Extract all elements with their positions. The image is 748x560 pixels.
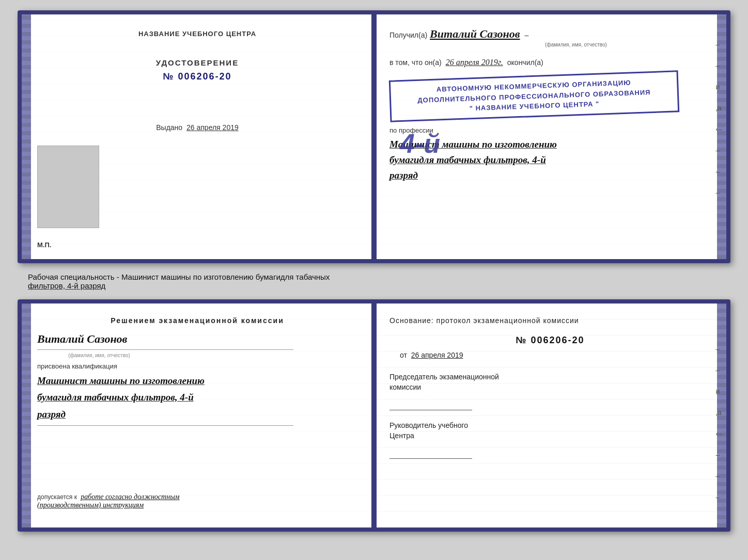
page-container: НАЗВАНИЕ УЧЕБНОГО ЦЕНТРА УДОСТОВЕРЕНИЕ №… [0, 0, 748, 560]
stamp-area: 4-й АВТОНОМНУЮ НЕКОММЕРЧЕСКУЮ ОРГАНИЗАЦИ… [389, 71, 711, 121]
predsedatel-line2: комиссии [389, 383, 421, 391]
udostoverenie-title: УДОСТОВЕРЕНИЕ [156, 58, 239, 67]
middle-line2: фильтров, 4-й разряд [28, 281, 720, 290]
poluchil-container: Получил(а) Виталий Сазонов – [389, 27, 711, 41]
b-dash8: – [716, 493, 722, 501]
okonchil-text: окончил(а) [507, 58, 543, 67]
dash4: ‚а [716, 104, 722, 112]
center-label-top: НАЗВАНИЕ УЧЕБНОГО ЦЕНТРА [138, 30, 256, 38]
bottom-left-edge [22, 303, 31, 527]
vtom-prefix: в том, что он(а) [389, 58, 442, 67]
dopuskaetsya-prefix: допускается к [37, 493, 77, 501]
predsedatel-line1: Председатель экзаменационной [389, 373, 499, 381]
kvalif-line3: разряд [37, 406, 357, 423]
b-dash1: – [716, 345, 722, 353]
top-left-page: НАЗВАНИЕ УЧЕБНОГО ЦЕНТРА УДОСТОВЕРЕНИЕ №… [22, 14, 374, 259]
predsedatel-signature-line [389, 400, 472, 410]
ot-date: 26 апреля 2019 [411, 351, 463, 359]
b-dash6: – [716, 451, 722, 459]
dopuskaetsya-text: работе согласно должностным [81, 493, 179, 501]
rukovoditel-signature-line [389, 449, 472, 459]
middle-text-section: Рабочая специальность - Машинист машины … [18, 268, 730, 294]
dash5: ‹– [716, 125, 722, 133]
b-dash2: – [716, 366, 722, 374]
ot-prefix: от [400, 351, 407, 359]
dash8: – [716, 188, 722, 197]
fio-separator [37, 349, 293, 350]
top-right-page: Получил(а) Виталий Сазонов – (фамилия, и… [374, 14, 726, 259]
dash3: и [716, 83, 722, 91]
bottom-doc-spine [371, 303, 377, 527]
big-number: 4-й [400, 128, 440, 159]
side-dashes-top: – – и ‚а ‹– – – – [716, 40, 722, 197]
dash6: – [716, 146, 722, 154]
osnovanie-text: Основание: протокол экзаменационной коми… [389, 316, 711, 325]
vydano-prefix: Выдано [156, 123, 182, 132]
b-dash4: ‚а [716, 408, 722, 417]
b-dash3: и [716, 387, 722, 395]
mp-label: М.П. [37, 241, 51, 249]
predsedatel-label: Председатель экзаменационной комиссии [389, 372, 711, 392]
dash2: – [716, 61, 722, 70]
vtom-date: 26 апреля 2019г. [446, 58, 503, 67]
dash1: – [716, 40, 722, 49]
kvalif-separator [37, 425, 293, 426]
stamp-box: АВТОНОМНУЮ НЕКОММЕРЧЕСКУЮ ОРГАНИЗАЦИЮ ДО… [389, 70, 679, 122]
bottom-left-page: Решением экзаменационной комиссии Витали… [22, 303, 374, 527]
prisvoena-label: присвоена квалификация [37, 362, 357, 370]
profession-line3: разряд [389, 168, 711, 183]
bottom-fio-name: Виталий Сазонов [37, 332, 357, 346]
middle-line1: Рабочая специальность - Машинист машины … [28, 273, 720, 281]
dopuskaetsya-container: допускается к работе согласно должностны… [37, 493, 357, 515]
bottom-fio-subtitle: (фамилия, имя, отчество) [68, 353, 357, 358]
b-dash5: ‹– [716, 429, 722, 438]
rukovoditel-label: Руководитель учебного Центра [389, 421, 711, 441]
vydano-date: 26 апреля 2019 [186, 123, 239, 132]
vydano-line: Выдано 26 апреля 2019 [156, 123, 239, 132]
fio-subtitle-top: (фамилия, имя, отчество) [441, 42, 711, 47]
rukovoditel-line2: Центра [389, 431, 414, 440]
doc-spine [371, 14, 377, 259]
poluchil-name: Виталий Сазонов [430, 27, 520, 41]
udostoverenie-number: № 006206-20 [163, 71, 231, 82]
photo-placeholder [37, 146, 99, 228]
top-document: НАЗВАНИЕ УЧЕБНОГО ЦЕНТРА УДОСТОВЕРЕНИЕ №… [18, 10, 730, 263]
dopuskaetsya-line2: (производственным) инструкциям [37, 501, 144, 509]
rukovoditel-line1: Руководитель учебного [389, 421, 468, 429]
b-dash7: – [716, 472, 722, 480]
bottom-right-dashes: – – и ‚а ‹– – – – [716, 345, 722, 501]
reshen-title: Решением экзаменационной комиссии [37, 316, 357, 325]
kvalif-line2: бумагидля табачных фильтров, 4-й [37, 389, 357, 406]
vtom-container: в том, что он(а) 26 апреля 2019г. окончи… [389, 58, 711, 67]
poluchil-prefix: Получил(а) [389, 31, 427, 39]
bottom-document: Решением экзаменационной комиссии Витали… [18, 299, 730, 532]
protocol-number: № 006206-20 [389, 335, 711, 346]
kvalif-line1: Машинист машины по изготовлению [37, 373, 357, 389]
dash7: – [716, 167, 722, 175]
ot-line: от 26 апреля 2019 [400, 351, 711, 359]
bottom-right-page: Основание: протокол экзаменационной коми… [374, 303, 726, 527]
